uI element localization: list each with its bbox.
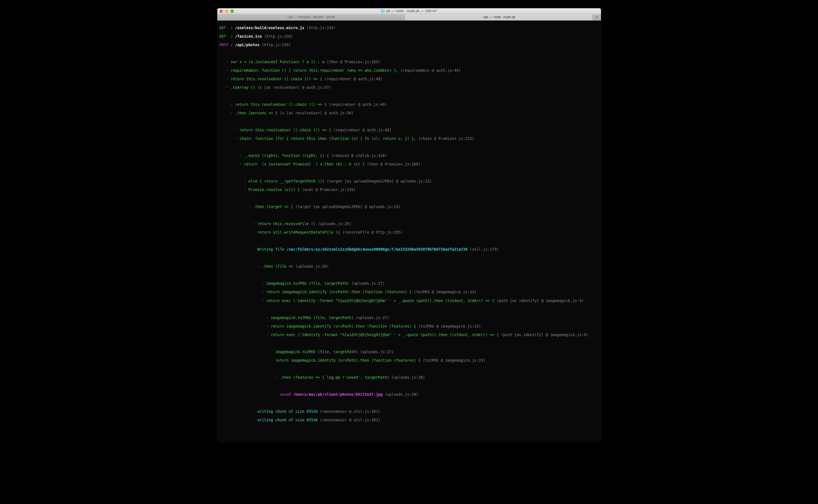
trace-line: · Promise.resolve (x))) } (eval @ Promis… bbox=[220, 188, 599, 192]
trace-line: · return imagemagick.identify (srcPath).… bbox=[220, 324, 599, 329]
blank-line bbox=[220, 51, 599, 56]
trace-line: · return imagemagick.identify (srcPath).… bbox=[220, 358, 599, 363]
tab-mongod[interactable]: ~/pk — mongod --dbpath ~/pk/db ... bbox=[217, 14, 405, 20]
trace-line: · imagemagick.toJPEG (file, targetPath) … bbox=[220, 281, 599, 286]
plus-icon: + bbox=[595, 15, 598, 20]
trace-line: · imagemagick.toJPEG (file, targetPath) … bbox=[220, 316, 599, 320]
blank-line bbox=[220, 94, 599, 98]
tab-bar: ~/pk — mongod --dbpath ~/pk/db ... ~/pk … bbox=[217, 14, 601, 21]
trace-line: · imagemagick.toJPEG (file, targetPath) … bbox=[220, 350, 599, 354]
window-title: pk — node ∙ node pk — 195×47 bbox=[386, 9, 437, 13]
terminal-output[interactable]: GET : /useless/build/useless.micro.js (h… bbox=[217, 21, 601, 442]
blank-line bbox=[220, 256, 599, 260]
trace-line: · .then (persons => { (x [as resolveUser… bbox=[220, 111, 599, 115]
trace-line: · return imagemagick.identify (srcPath).… bbox=[220, 290, 599, 294]
trace-line: · return (x instanceof Promise) ? x.then… bbox=[220, 162, 599, 167]
blank-line bbox=[220, 307, 599, 312]
trace-line: · return util.writeRequestDataToFile ({ … bbox=[220, 230, 599, 235]
trace-line: · return this.receiveFile () (uploads.js… bbox=[220, 222, 599, 226]
saved-line: saved /Users/mac/pk/client/photos/65172e… bbox=[220, 392, 599, 397]
trace-line: · return this.resolveUser ().chain (() =… bbox=[220, 103, 599, 107]
chunk-line: writing chunk of size 65536 (<anonymous>… bbox=[220, 418, 599, 422]
blank-line bbox=[220, 196, 599, 201]
tab-label: ~/pk — mongod --dbpath ~/pk/db bbox=[287, 15, 335, 19]
blank-line bbox=[220, 145, 599, 149]
tab-node-pk[interactable]: ~/pk — node ∙ node pk bbox=[405, 14, 593, 20]
close-icon[interactable] bbox=[220, 10, 223, 13]
blank-line bbox=[220, 367, 599, 371]
trace-line: · .then (target => { (target [as uploadI… bbox=[220, 205, 599, 209]
log-line: GET : /favicon.ico (http.js:239) bbox=[220, 34, 599, 39]
trace-line: · return this.resolveUser ().chain (() =… bbox=[220, 77, 599, 81]
blank-line bbox=[220, 273, 599, 277]
titlebar[interactable]: pk — node ∙ node pk — 195×47 bbox=[217, 8, 601, 14]
trace-line: · .toArray () (x [as resolveUser] @ auth… bbox=[220, 85, 599, 90]
zoom-icon[interactable] bbox=[231, 10, 234, 13]
tab-overflow-icon: ... bbox=[399, 15, 402, 19]
terminal-window: pk — node ∙ node pk — 195×47 ~/pk — mong… bbox=[217, 8, 601, 442]
tab-label: ~/pk — node ∙ node pk bbox=[482, 15, 515, 19]
blank-line bbox=[220, 341, 599, 346]
trace-line: · return exec ('identify -format "%[widt… bbox=[220, 333, 599, 337]
info-line: Writing file /var/folders/sy/xh2zsmls1zz… bbox=[220, 247, 599, 252]
traffic-lights bbox=[220, 10, 234, 13]
chunk-line: writing chunk of size 65536 (<anonymous>… bbox=[220, 409, 599, 414]
folder-icon bbox=[381, 10, 385, 13]
trace-line: · .then (features => { log.pp ('saved', … bbox=[220, 375, 599, 380]
trace-line: · else { return __(getTargetPath ()) (ta… bbox=[220, 179, 599, 184]
blank-line bbox=[220, 171, 599, 175]
blank-line bbox=[220, 239, 599, 243]
trace-line: · return exec ('identify -format "%[widt… bbox=[220, 299, 599, 303]
trace-line: · requireAdmin: function () { return thi… bbox=[220, 68, 599, 73]
trace-line: · _.each2 (rights, function (right, i) {… bbox=[220, 154, 599, 158]
trace-line: · return this.resolveUser ().chain (() =… bbox=[220, 128, 599, 132]
log-line: POST : /api/photos (http.js:239) bbox=[220, 43, 599, 47]
trace-line: · chain: function (fn) { return this.the… bbox=[220, 137, 599, 141]
log-line: GET : /useless/build/useless.micro.js (h… bbox=[220, 26, 599, 30]
blank-line bbox=[220, 213, 599, 218]
minimize-icon[interactable] bbox=[225, 10, 228, 13]
blank-line bbox=[220, 401, 599, 405]
window-title-wrap: pk — node ∙ node pk — 195×47 bbox=[217, 9, 601, 13]
new-tab-button[interactable]: + bbox=[593, 14, 601, 20]
blank-line bbox=[220, 120, 599, 124]
trace-line: · var x = (a instanceof Function) ? a ()… bbox=[220, 60, 599, 64]
blank-line bbox=[220, 384, 599, 388]
trace-line: · .then (file => (uploads.js:26) bbox=[220, 264, 599, 269]
